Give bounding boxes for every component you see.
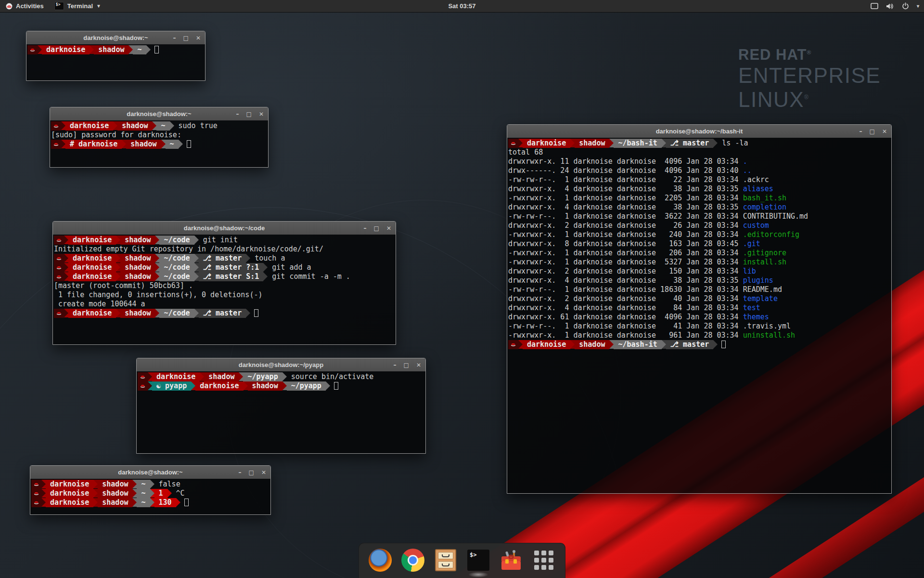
terminal-output-line: -rw-rw-r--. 1 darknoise darknoise 3622 J…	[508, 212, 891, 221]
directory-name: .	[743, 157, 747, 166]
maximize-button[interactable]: □	[870, 128, 875, 135]
fedora-icon	[31, 489, 41, 498]
terminal-content[interactable]: darknoiseshadow~ sudo true[sudo] passwor…	[50, 120, 268, 167]
minimize-button[interactable]: –	[860, 128, 862, 135]
minimize-button[interactable]: –	[236, 111, 239, 118]
window-titlebar[interactable]: darknoise@shadow:~–□✕	[26, 31, 205, 44]
minimize-button[interactable]: –	[364, 225, 367, 232]
terminal-content[interactable]: darknoiseshadow~/bash-it⎇ master ls -lat…	[507, 138, 891, 493]
terminal-content[interactable]: darknoiseshadow~/code git initInitialize…	[53, 235, 396, 344]
output-text: drwxrwxr-x. 4 darknoise darknoise 38 Jan…	[508, 276, 743, 285]
powerline-separator	[167, 489, 172, 498]
terminal-window-sudo: darknoise@shadow:~–□✕darknoiseshadow~ su…	[50, 107, 269, 168]
window-titlebar[interactable]: darknoise@shadow:~/pyapp–□✕	[137, 358, 425, 371]
terminal-content[interactable]: darknoiseshadow~	[26, 44, 205, 80]
minimize-button[interactable]: –	[394, 362, 397, 368]
fedora-icon	[31, 498, 41, 507]
prompt-segment-host: shadow	[98, 480, 132, 489]
dock-item-app-grid[interactable]	[532, 549, 555, 572]
terminal-output-line: Initialized empty Git repository in /hom…	[54, 245, 396, 254]
window-titlebar[interactable]: darknoise@shadow:~/bash-it–□✕	[507, 125, 891, 138]
maximize-button[interactable]: □	[404, 362, 409, 368]
fedora-icon	[54, 236, 64, 245]
dock: $>	[359, 543, 565, 578]
window-titlebar[interactable]: darknoise@shadow:~/code–□✕	[53, 222, 396, 235]
fedora-icon	[138, 381, 148, 391]
prompt-segment-host: shadow	[98, 498, 132, 507]
terminal-output-line: -rwxrwxr-x. 1 darknoise darknoise 240 Ja…	[508, 230, 891, 239]
output-text: create mode 100644 a	[54, 300, 145, 308]
powerline-separator	[150, 498, 154, 507]
window-titlebar[interactable]: darknoise@shadow:~–□✕	[30, 466, 270, 479]
prompt-segment-host: shadow	[120, 272, 155, 281]
minimize-button[interactable]: –	[239, 469, 242, 476]
close-button[interactable]: ✕	[416, 362, 421, 368]
prompt-segment-user: darknoise	[195, 381, 243, 391]
terminal-output-line: [sudo] password for darknoise:	[51, 131, 268, 140]
fedora-icon	[51, 140, 61, 149]
maximize-button[interactable]: □	[249, 469, 254, 476]
powerline-separator	[90, 45, 94, 54]
dock-item-firefox[interactable]	[369, 549, 392, 572]
terminal-output-line: drwx------. 24 darknoise darknoise 4096 …	[508, 166, 891, 175]
close-button[interactable]: ✕	[882, 128, 887, 135]
output-text: -rwxrwxr-x. 1 darknoise darknoise 961 Ja…	[508, 331, 743, 340]
powerline-separator	[176, 498, 180, 507]
dock-item-terminal[interactable]: $>	[467, 549, 490, 572]
powerline-separator	[570, 340, 575, 349]
maximize-button[interactable]: □	[374, 225, 379, 232]
terminal-prompt-line: darknoiseshadow~/bash-it⎇ master ls -la	[508, 139, 891, 148]
close-button[interactable]: ✕	[259, 111, 264, 118]
prompt-segment-git: ⎇ master S:1	[199, 272, 264, 281]
powerline-separator	[150, 489, 154, 498]
dock-item-chrome[interactable]	[401, 549, 424, 572]
output-text: drwxrwxr-x. 4 darknoise darknoise 84 Jan…	[508, 303, 743, 312]
powerline-separator	[41, 498, 46, 507]
powerline-separator	[64, 254, 68, 263]
output-text: drwxrwxr-x. 4 darknoise darknoise 38 Jan…	[508, 184, 743, 193]
powerline-separator	[64, 309, 68, 317]
terminal-window-home1: darknoise@shadow:~–□✕darknoiseshadow~	[26, 31, 205, 81]
command-text: sudo true	[174, 121, 218, 130]
window-titlebar[interactable]: darknoise@shadow:~–□✕	[50, 107, 268, 120]
terminal-output-line: drwxrwxr-x. 11 darknoise darknoise 4096 …	[508, 157, 891, 166]
system-status-area[interactable]: ▾	[871, 2, 919, 10]
powerline-separator	[155, 309, 159, 317]
powerline-separator	[128, 45, 133, 54]
terminal-prompt-line: darknoiseshadow~/code⎇ master S:1 git co…	[54, 272, 396, 281]
powerline-separator	[246, 254, 250, 263]
running-app-glow	[468, 572, 488, 578]
powerline-separator	[518, 139, 523, 147]
output-text: drwxrwxr-x. 2 darknoise darknoise 40 Jan…	[508, 294, 743, 303]
powerline-separator	[152, 121, 156, 130]
maximize-button[interactable]: □	[246, 111, 252, 118]
rhel-wordmark: RED HAT® ENTERPRISE LINUX®	[738, 47, 881, 110]
terminal-content[interactable]: darknoiseshadow~ falsedarknoiseshadow~1 …	[30, 479, 270, 514]
output-text: drwxrwxr-x. 4 darknoise darknoise 38 Jan…	[508, 203, 743, 211]
activities-button[interactable]: Activities	[0, 0, 50, 12]
dock-item-toolbox[interactable]	[500, 549, 523, 572]
terminal-prompt-line: darknoiseshadow~ false	[31, 480, 270, 489]
chrome-icon	[401, 549, 424, 572]
fedora-icon	[54, 254, 64, 263]
close-button[interactable]: ✕	[196, 35, 201, 41]
output-text: Initialized empty Git repository in /hom…	[54, 245, 323, 253]
terminal-content[interactable]: darknoiseshadow~/pyapp source bin/activa…	[137, 371, 425, 453]
close-button[interactable]: ✕	[261, 469, 266, 476]
app-menu-label: Terminal	[67, 2, 93, 10]
volume-icon	[886, 3, 894, 10]
app-menu-terminal[interactable]: $> Terminal ▼	[50, 0, 106, 12]
close-button[interactable]: ✕	[386, 225, 391, 232]
fedora-icon	[54, 272, 64, 281]
chevron-down-icon: ▼	[96, 3, 101, 9]
maximize-button[interactable]: □	[183, 35, 189, 41]
dock-item-files[interactable]	[434, 549, 457, 572]
prompt-segment-git: ⎇ master	[666, 340, 714, 349]
minimize-button[interactable]: –	[173, 35, 176, 41]
clock[interactable]: Sat 03:57	[448, 2, 475, 10]
powerline-separator	[132, 498, 137, 507]
window-controls: –□✕	[364, 222, 391, 235]
terminal-output-line: drwxrwxr-x. 2 darknoise darknoise 40 Jan…	[508, 294, 891, 303]
app-grid-icon	[533, 550, 554, 571]
powerline-separator	[116, 236, 120, 244]
